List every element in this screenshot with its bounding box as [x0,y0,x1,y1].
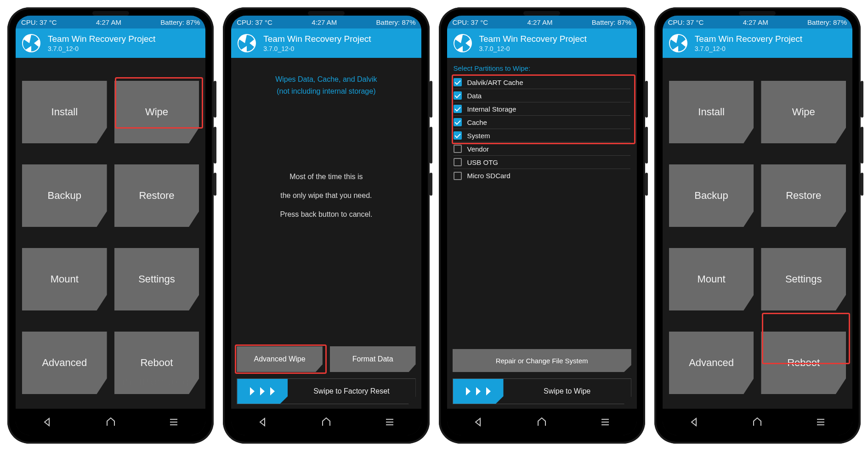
side-button [430,127,432,163]
partition-row[interactable]: Cache [454,116,630,129]
partition-row[interactable]: Data [454,89,630,102]
checkbox[interactable] [454,91,462,100]
twrp-logo-icon [21,33,41,53]
slider-label: Swipe to Factory Reset [288,387,415,395]
home-button[interactable] [83,417,138,428]
screen: CPU: 37 °C 4:27 AM Battery: 87% Team Win… [447,16,637,435]
nav-bar [231,409,421,435]
advanced-wipe-button[interactable]: Advanced Wipe [237,346,323,372]
slider-handle[interactable] [237,379,288,404]
cpu-temp: CPU: 37 °C [21,18,57,26]
checkbox[interactable] [454,172,462,180]
wipe-button[interactable]: Wipe [761,81,846,143]
restore-button[interactable]: Restore [761,164,846,227]
header-text: Team Win Recovery Project 3.7.0_12-0 [263,34,371,52]
checkbox[interactable] [454,78,462,86]
mount-button[interactable]: Mount [669,248,754,310]
nav-bar [447,409,637,435]
backup-button[interactable]: Backup [22,164,107,227]
battery: Battery: 87% [376,18,416,26]
checkbox[interactable] [454,145,462,153]
twrp-logo-icon [453,33,473,53]
partition-row[interactable]: Dalvik/ART Cache [454,76,630,89]
side-button [861,81,863,118]
header-text: Team Win Recovery Project 3.7.0_12-0 [695,34,802,52]
clock: 4:27 AM [743,18,768,26]
partition-row[interactable]: USB OTG [454,156,630,169]
partition-select-screen: Select Partitions to Wipe: Dalvik/ART Ca… [447,58,637,409]
twrp-header: Team Win Recovery Project 3.7.0_12-0 [231,28,421,58]
menu-button[interactable] [793,417,848,428]
home-button[interactable] [299,417,354,428]
wipe-description: Wipes Data, Cache, and Dalvik (not inclu… [231,73,421,97]
install-button[interactable]: Install [669,81,754,143]
header-text: Team Win Recovery Project 3.7.0_12-0 [48,34,155,52]
back-button[interactable] [235,417,290,428]
battery: Battery: 87% [592,18,631,26]
checkbox[interactable] [454,105,462,113]
notch [523,11,560,16]
menu-button[interactable] [146,417,201,428]
settings-button[interactable]: Settings [761,248,846,310]
twrp-header: Team Win Recovery Project 3.7.0_12-0 [447,28,637,58]
side-button [430,173,432,196]
partition-label: Data [467,92,482,100]
status-bar: CPU: 37 °C 4:27 AM Battery: 87% [16,16,205,28]
back-button[interactable] [451,417,506,428]
main-menu: Install Wipe Backup Restore Mount Settin… [16,58,205,409]
swipe-factory-reset[interactable]: Swipe to Factory Reset [237,378,415,404]
twrp-logo-icon [237,33,257,53]
app-version: 3.7.0_12-0 [695,45,802,52]
backup-button[interactable]: Backup [669,164,754,227]
clock: 4:27 AM [312,18,337,26]
nav-bar [663,409,852,435]
checkbox[interactable] [454,131,462,140]
menu-button[interactable] [362,417,417,428]
phone-2: CPU: 37 °C 4:27 AM Battery: 87% Team Win… [223,7,429,444]
mount-button[interactable]: Mount [22,248,107,310]
clock: 4:27 AM [528,18,553,26]
partition-row[interactable]: Internal Storage [454,102,630,116]
partition-row[interactable]: Vendor [454,142,630,156]
checkbox[interactable] [454,158,462,166]
battery: Battery: 87% [160,18,200,26]
side-button [645,127,648,163]
main-menu: Install Wipe Backup Restore Mount Settin… [663,58,852,409]
partition-row[interactable]: System [454,129,630,142]
phone-3: CPU: 37 °C 4:27 AM Battery: 87% Team Win… [439,7,645,444]
wipe-button[interactable]: Wipe [114,81,199,143]
advanced-button[interactable]: Advanced [669,332,754,394]
wipe-hint-line3: Press back button to cancel. [231,208,421,221]
side-button [214,173,216,196]
advanced-button[interactable]: Advanced [22,332,107,394]
slider-handle[interactable] [453,379,504,404]
side-button [861,173,863,196]
reboot-button[interactable]: Reboot [761,332,846,394]
slider-label: Swipe to Wipe [504,387,631,395]
home-button[interactable] [730,417,785,428]
back-button[interactable] [667,417,722,428]
header-text: Team Win Recovery Project 3.7.0_12-0 [479,34,587,52]
nav-bar [16,409,205,435]
checkbox[interactable] [454,118,462,126]
partition-row[interactable]: Micro SDCard [454,169,630,182]
back-button[interactable] [20,417,75,428]
notch [92,11,129,16]
repair-file-system-button[interactable]: Repair or Change File System [453,349,631,372]
side-button [861,127,863,163]
settings-button[interactable]: Settings [114,248,199,310]
wipe-hint-line2: the only wipe that you need. [231,189,421,203]
menu-button[interactable] [578,417,633,428]
swipe-to-wipe[interactable]: Swipe to Wipe [453,378,631,404]
status-bar: CPU: 37 °C 4:27 AM Battery: 87% [231,16,421,28]
install-button[interactable]: Install [22,81,107,143]
format-data-button[interactable]: Format Data [330,346,416,372]
partition-title: Select Partitions to Wipe: [447,58,637,76]
app-version: 3.7.0_12-0 [48,45,155,52]
home-button[interactable] [514,417,569,428]
screen: CPU: 37 °C 4:27 AM Battery: 87% Team Win… [663,16,852,435]
app-version: 3.7.0_12-0 [263,45,371,52]
wipe-screen: Wipes Data, Cache, and Dalvik (not inclu… [231,58,421,409]
side-button [645,81,648,118]
restore-button[interactable]: Restore [114,164,199,227]
